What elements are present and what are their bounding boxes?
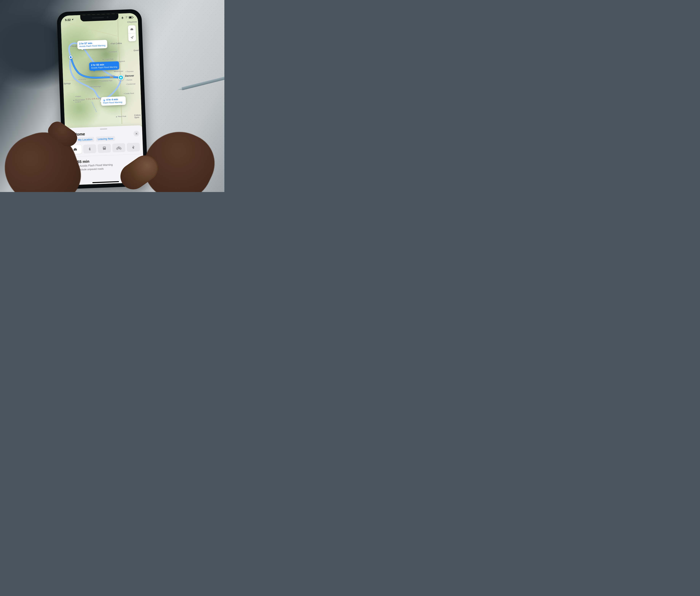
airplane-mode-icon bbox=[121, 16, 124, 19]
svg-point-4 bbox=[116, 148, 118, 150]
label-breckenridge: Breckenridge bbox=[90, 85, 101, 88]
label-denver: Denver bbox=[125, 74, 134, 77]
status-time: 5:22 bbox=[65, 18, 71, 22]
label-mount-elbert: ▲ Mount Elbert14,439 ft bbox=[73, 99, 85, 103]
location-arrow-icon bbox=[71, 18, 74, 21]
label-edwards: Edwards bbox=[78, 78, 86, 81]
mode-rideshare[interactable] bbox=[127, 143, 140, 152]
route-callout-alt-north[interactable]: 2 hr 57 min Avoids Flash Flood Warning bbox=[77, 40, 107, 49]
svg-point-3 bbox=[90, 147, 90, 148]
label-cheyenne: Cheyenne bbox=[127, 21, 137, 23]
label-aurora: Aurora bbox=[126, 79, 132, 81]
route-callout-primary[interactable]: 2 hr 55 min Avoids Flash Flood Warning bbox=[89, 61, 120, 71]
depart-time-chip[interactable]: Leaving Now bbox=[96, 136, 115, 142]
from-location-chip[interactable]: My Location bbox=[76, 137, 94, 143]
bike-icon bbox=[116, 146, 122, 150]
car-icon bbox=[130, 27, 134, 31]
location-arrow-icon bbox=[130, 35, 134, 39]
map-canvas[interactable]: Cheyenne Fort Collins Greel Loveland ▲ L… bbox=[60, 13, 142, 128]
locate-me-button[interactable] bbox=[128, 33, 136, 42]
label-centennial: Centennial bbox=[126, 83, 135, 85]
mode-transit[interactable] bbox=[98, 144, 111, 153]
svg-rect-1 bbox=[129, 17, 131, 18]
label-springs-suffix: Springs bbox=[64, 82, 71, 84]
map-controls bbox=[128, 25, 136, 41]
wifi-icon bbox=[125, 16, 128, 19]
flood-warning-icon bbox=[103, 99, 106, 102]
transit-icon bbox=[102, 146, 106, 151]
svg-point-6 bbox=[133, 146, 134, 147]
label-aspen: Aspen bbox=[75, 95, 81, 97]
label-loveland: Loveland bbox=[108, 50, 117, 53]
label-colorado-springs: ColoraSprin bbox=[134, 114, 141, 119]
close-icon bbox=[135, 132, 138, 135]
label-thornton: Thornton bbox=[126, 70, 133, 73]
svg-rect-2 bbox=[133, 17, 133, 18]
home-icon bbox=[120, 76, 122, 79]
battery-icon bbox=[129, 16, 133, 19]
rideshare-icon bbox=[131, 145, 135, 150]
route-callout-alt-south[interactable]: 4 hr 4 min Flash Flood Warning bbox=[101, 96, 126, 106]
mode-walk[interactable] bbox=[83, 144, 96, 153]
label-greeley: Greel bbox=[133, 49, 139, 51]
label-castle-rock: Castle Rock bbox=[124, 92, 134, 95]
label-westminster: Westminster bbox=[114, 70, 123, 73]
callout-note: Flash Flood Warning bbox=[103, 101, 124, 104]
mode-bike[interactable] bbox=[112, 143, 126, 153]
label-fort-collins: Fort Collins bbox=[110, 42, 122, 45]
sheet-grabber[interactable] bbox=[100, 128, 107, 129]
walk-icon bbox=[88, 147, 92, 151]
map-mode-button[interactable] bbox=[128, 25, 136, 33]
transport-mode-row bbox=[69, 143, 140, 154]
